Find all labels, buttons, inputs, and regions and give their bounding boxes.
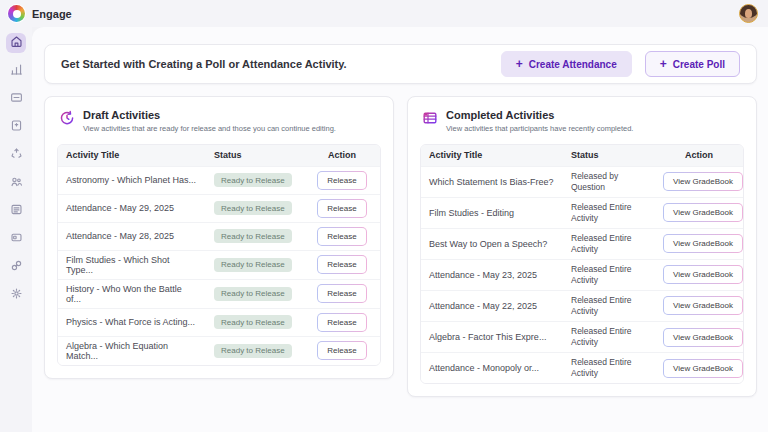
get-started-banner: Get Started with Creating a Poll or Atte… (44, 44, 757, 84)
history-clock-icon (59, 110, 75, 126)
column-header-activity-title: Activity Title (58, 145, 206, 165)
engage-logo-icon (8, 5, 25, 22)
activity-title: Which Statement Is Bias-Free? (421, 173, 563, 191)
status-badge: Ready to Release (214, 344, 292, 358)
home-icon (10, 34, 23, 52)
release-button[interactable]: Release (317, 255, 366, 274)
panel-subtitle: View activities that participants have r… (446, 124, 633, 133)
draft-table-row: Film Studies - Which Shot Type... Ready … (58, 250, 380, 279)
settings-gear-icon (10, 286, 23, 304)
user-avatar[interactable] (739, 4, 758, 23)
draft-table-row: Physics - What Force is Acting... Ready … (58, 308, 380, 336)
status-badge: Ready to Release (214, 315, 292, 329)
completed-table-row: Which Statement Is Bias-Free? Released b… (421, 166, 743, 197)
release-button[interactable]: Release (317, 341, 366, 360)
sidebar-item-home[interactable] (6, 33, 26, 53)
activity-title: Algebra - Which Equation Match... (58, 337, 206, 365)
draft-table-row: Attendance - May 29, 2025 Ready to Relea… (58, 194, 380, 222)
activity-title: Attendance - May 28, 2025 (58, 227, 206, 245)
column-header-action: Action (304, 145, 380, 165)
status-text: Released Entire Activity (571, 233, 647, 255)
view-gradebook-button[interactable]: View GradeBook (663, 328, 743, 347)
column-header-status: Status (206, 145, 304, 165)
activity-title: Best Way to Open a Speech? (421, 235, 563, 253)
view-gradebook-button[interactable]: View GradeBook (663, 172, 743, 191)
completed-activities-table: Activity Title Status Action Which State… (420, 144, 744, 385)
release-button[interactable]: Release (317, 227, 366, 246)
completed-panel-header: Completed Activities View activities tha… (408, 97, 756, 142)
activity-title: Attendance - Monopoly or... (421, 359, 563, 377)
table-header-row: Activity Title Status Action (421, 145, 743, 166)
activity-title: History - Who Won the Battle of... (58, 280, 206, 308)
analytics-icon (10, 62, 23, 80)
release-button[interactable]: Release (317, 313, 366, 332)
draft-table-row: Attendance - May 28, 2025 Ready to Relea… (58, 222, 380, 250)
sidebar-item-analytics[interactable] (6, 61, 26, 81)
draft-activities-panel: Draft Activities View activities that ar… (44, 96, 394, 379)
sidebar-item-presentations[interactable] (6, 89, 26, 109)
activity-title: Attendance - May 29, 2025 (58, 199, 206, 217)
presentation-icon (10, 90, 23, 108)
activity-title: Film Studies - Editing (421, 204, 563, 222)
status-badge: Ready to Release (214, 229, 292, 243)
status-text: Released Entire Activity (571, 264, 647, 286)
activity-title: Algebra - Factor This Expre... (421, 328, 563, 346)
view-gradebook-button[interactable]: View GradeBook (663, 265, 743, 284)
completed-table-row: Best Way to Open a Speech? Released Enti… (421, 228, 743, 259)
view-gradebook-button[interactable]: View GradeBook (663, 234, 743, 253)
status-badge: Ready to Release (214, 173, 292, 187)
status-badge: Ready to Release (214, 258, 292, 272)
groups-icon (10, 174, 23, 192)
gradebook-table-icon (422, 110, 438, 126)
banner-text: Get Started with Creating a Poll or Atte… (61, 58, 347, 70)
sidebar-item-groups[interactable] (6, 173, 26, 193)
activity-title: Astronomy - Which Planet Has... (58, 171, 206, 189)
completed-table-row: Algebra - Factor This Expre... Released … (421, 321, 743, 352)
view-gradebook-button[interactable]: View GradeBook (663, 296, 743, 315)
sidebar-item-documents[interactable] (6, 117, 26, 137)
card-icon (10, 230, 23, 248)
sidebar-item-cards[interactable] (6, 229, 26, 249)
status-text: Released Entire Activity (571, 202, 647, 224)
sidebar-item-integrations[interactable] (6, 257, 26, 277)
create-poll-label: Create Poll (673, 59, 725, 70)
activity-title: Physics - What Force is Acting... (58, 313, 206, 331)
panel-title: Draft Activities (83, 109, 336, 121)
view-gradebook-button[interactable]: View GradeBook (663, 359, 743, 378)
sidebar-item-settings[interactable] (6, 285, 26, 305)
draft-table-row: Astronomy - Which Planet Has... Ready to… (58, 166, 380, 194)
activity-title: Attendance - May 22, 2025 (421, 297, 563, 315)
draft-table-row: History - Who Won the Battle of... Ready… (58, 279, 380, 308)
column-header-status: Status (563, 145, 655, 165)
activity-title: Film Studies - Which Shot Type... (58, 251, 206, 279)
status-text: Released Entire Activity (571, 326, 647, 348)
create-attendance-button[interactable]: + Create Attendance (501, 51, 632, 77)
create-attendance-label: Create Attendance (529, 59, 617, 70)
draft-panel-header: Draft Activities View activities that ar… (45, 97, 393, 142)
banner-actions: + Create Attendance + Create Poll (501, 51, 740, 77)
plus-icon: + (660, 58, 667, 70)
column-header-activity-title: Activity Title (421, 145, 563, 165)
completed-table-row: Attendance - Monopoly or... Released Ent… (421, 352, 743, 383)
main-content: Get Started with Creating a Poll or Atte… (32, 27, 768, 432)
sidebar-item-share[interactable] (6, 145, 26, 165)
draft-table-row: Algebra - Which Equation Match... Ready … (58, 336, 380, 365)
view-gradebook-button[interactable]: View GradeBook (663, 203, 743, 222)
app-title: Engage (32, 8, 72, 20)
document-icon (10, 118, 23, 136)
status-text: Released Entire Activity (571, 295, 647, 317)
completed-table-row: Attendance - May 22, 2025 Released Entir… (421, 290, 743, 321)
release-button[interactable]: Release (317, 199, 366, 218)
report-list-icon (10, 202, 23, 220)
draft-activities-table: Activity Title Status Action Astronomy -… (57, 144, 381, 366)
sidebar-item-reports[interactable] (6, 201, 26, 221)
status-badge: Ready to Release (214, 201, 292, 215)
top-header: Engage (0, 0, 768, 27)
create-poll-button[interactable]: + Create Poll (645, 51, 740, 77)
plus-icon: + (516, 58, 523, 70)
completed-activities-panel: Completed Activities View activities tha… (407, 96, 757, 397)
panel-subtitle: View activities that are ready for relea… (83, 124, 336, 133)
release-button[interactable]: Release (317, 171, 366, 190)
activity-title: Attendance - May 23, 2025 (421, 266, 563, 284)
release-button[interactable]: Release (317, 284, 366, 303)
